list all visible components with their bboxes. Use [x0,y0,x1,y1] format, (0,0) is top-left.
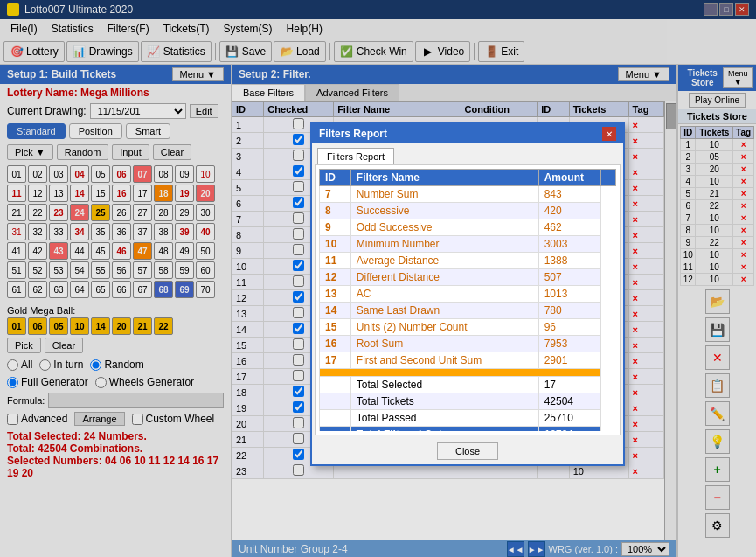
num-70[interactable]: 70 [196,281,215,298]
num-50[interactable]: 50 [196,242,215,260]
num-01[interactable]: 01 [7,165,26,183]
gold-01[interactable]: 01 [7,317,26,335]
toolbar-load-btn[interactable]: 📂 Load [274,41,326,62]
num-02[interactable]: 02 [28,165,47,183]
num-04[interactable]: 04 [70,165,89,183]
random-button[interactable]: Random [57,144,109,160]
num-07[interactable]: 07 [133,165,152,183]
num-27[interactable]: 27 [133,204,152,221]
num-53[interactable]: 53 [49,261,68,279]
num-58[interactable]: 58 [154,261,173,279]
radio-all[interactable]: All [7,359,32,371]
num-18[interactable]: 18 [154,185,173,202]
num-51[interactable]: 51 [7,261,26,279]
num-35[interactable]: 35 [91,223,110,240]
num-62[interactable]: 62 [28,281,47,298]
menu-tickets[interactable]: Tickets(T) [156,21,217,37]
radio-random[interactable]: Random [90,359,143,371]
num-03[interactable]: 03 [49,165,68,183]
icon-copy[interactable]: 📋 [705,373,730,398]
num-42[interactable]: 42 [28,242,47,260]
filter-scrollbar[interactable] [664,101,676,540]
num-43[interactable]: 43 [49,242,68,260]
gold-clear-btn[interactable]: Clear [45,338,83,353]
tab-base-filters[interactable]: Base Filters [232,84,305,101]
num-19[interactable]: 19 [175,185,194,202]
gen-wheels[interactable]: Wheels Generator [95,376,194,388]
nav-prev-btn[interactable]: ◄◄ [507,541,524,557]
modal-close-button[interactable]: Close [437,442,498,460]
gold-20[interactable]: 20 [112,317,131,335]
num-63[interactable]: 63 [49,281,68,298]
toolbar-statistics-btn[interactable]: 📈 Statistics [141,41,212,62]
gold-06[interactable]: 06 [28,317,47,335]
menu-statistics[interactable]: Statistics [45,21,101,37]
num-61[interactable]: 61 [7,281,26,298]
num-26[interactable]: 26 [112,204,131,221]
icon-save[interactable]: 💾 [705,317,730,342]
nav-next-btn[interactable]: ►► [528,541,545,557]
num-60[interactable]: 60 [196,261,215,279]
arrange-btn[interactable]: Arrange [74,412,124,426]
tab-advanced-filters[interactable]: Advanced Filters [305,84,399,101]
num-23[interactable]: 23 [49,204,68,221]
num-55[interactable]: 55 [91,261,110,279]
num-21[interactable]: 21 [7,204,26,221]
num-13[interactable]: 13 [49,185,68,202]
gold-22[interactable]: 22 [154,317,173,335]
pick-button[interactable]: Pick ▼ [7,144,53,160]
num-08[interactable]: 08 [154,165,173,183]
num-25[interactable]: 25 [91,204,110,221]
num-64[interactable]: 64 [70,281,89,298]
num-22[interactable]: 22 [28,204,47,221]
num-66[interactable]: 66 [112,281,131,298]
formula-input[interactable] [48,393,224,408]
num-48[interactable]: 48 [154,242,173,260]
gold-14[interactable]: 14 [91,317,110,335]
num-29[interactable]: 29 [175,204,194,221]
num-52[interactable]: 52 [28,261,47,279]
num-41[interactable]: 41 [7,242,26,260]
icon-folder[interactable]: 📂 [705,289,730,314]
num-65[interactable]: 65 [91,281,110,298]
num-45[interactable]: 45 [91,242,110,260]
num-56[interactable]: 56 [112,261,131,279]
toolbar-video-btn[interactable]: ▶ Video [415,41,470,62]
icon-edit[interactable]: ✏️ [705,401,730,426]
num-38[interactable]: 38 [154,223,173,240]
toolbar-save-btn[interactable]: 💾 Save [219,41,272,62]
num-37[interactable]: 37 [133,223,152,240]
num-05[interactable]: 05 [91,165,110,183]
toolbar-drawings-btn[interactable]: 📊 Drawings [66,41,139,62]
num-32[interactable]: 32 [28,223,47,240]
zoom-select[interactable]: 100% 75% 125% [621,542,669,556]
menu-help[interactable]: Help(H) [280,21,329,37]
gold-21[interactable]: 21 [133,317,152,335]
num-39[interactable]: 39 [175,223,194,240]
icon-settings[interactable]: ⚙ [705,513,730,538]
menu-filters[interactable]: Filters(F) [101,21,156,37]
toolbar-lottery-btn[interactable]: 🎯 Lottery [3,41,65,62]
num-31[interactable]: 31 [7,223,26,240]
num-44[interactable]: 44 [70,242,89,260]
toolbar-exit-btn[interactable]: 🚪 Exit [478,41,524,62]
gold-05[interactable]: 05 [49,317,68,335]
num-28[interactable]: 28 [154,204,173,221]
close-button[interactable]: ✕ [735,3,749,16]
modal-close-btn[interactable]: ✕ [602,127,616,141]
maximize-button[interactable]: □ [719,3,733,16]
num-17[interactable]: 17 [133,185,152,202]
num-67[interactable]: 67 [133,281,152,298]
num-09[interactable]: 09 [175,165,194,183]
num-36[interactable]: 36 [112,223,131,240]
icon-delete[interactable]: ✕ [705,345,730,370]
menu-system[interactable]: System(S) [217,21,280,37]
clear-button[interactable]: Clear [153,144,191,160]
icon-add[interactable]: + [705,457,730,482]
gold-pick-btn[interactable]: Pick [7,338,41,353]
icon-info[interactable]: 💡 [705,429,730,454]
num-68[interactable]: 68 [154,281,173,298]
num-69[interactable]: 69 [175,281,194,298]
toolbar-check-win-btn[interactable]: ✅ Check Win [334,41,413,62]
edit-button[interactable]: Edit [190,104,218,118]
